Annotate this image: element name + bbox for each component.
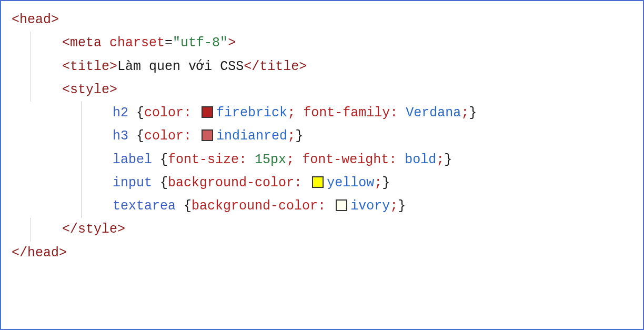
- space: [247, 152, 255, 167]
- color-swatch-yellow: [312, 176, 324, 188]
- code-frame: <head> <meta charset="utf-8"> <title>Làm…: [0, 0, 644, 330]
- tag-head: head: [27, 245, 59, 261]
- angle-bracket: <: [62, 59, 70, 74]
- colon: :: [390, 105, 398, 121]
- brace-close: }: [398, 198, 406, 214]
- code-line: <title>Làm quen với CSS</title>: [12, 55, 632, 78]
- brace-open: {: [160, 175, 168, 191]
- prop-color: color: [144, 105, 184, 121]
- tag-style: style: [78, 222, 117, 237]
- space: [128, 128, 136, 144]
- angle-bracket: >: [299, 59, 307, 74]
- colon: :: [239, 152, 247, 167]
- brace-open: {: [184, 198, 192, 214]
- color-swatch-indianred: [202, 129, 213, 141]
- angle-bracket: >: [109, 82, 117, 97]
- space: [294, 152, 302, 167]
- value-firebrick: firebrick: [216, 105, 287, 121]
- space: [152, 152, 160, 167]
- title-text: Làm quen với CSS: [117, 59, 244, 74]
- angle-bracket: >: [59, 245, 67, 261]
- angle-bracket: >: [228, 35, 236, 51]
- angle-bracket: >: [51, 12, 59, 27]
- brace-close: }: [295, 128, 303, 144]
- selector-label: label: [113, 152, 152, 167]
- space: [397, 152, 405, 167]
- space: [398, 105, 406, 121]
- colon: :: [294, 175, 302, 191]
- code-line: </head>: [12, 242, 632, 265]
- code-line: h2 {color: firebrick; font-family: Verda…: [12, 102, 632, 125]
- equals: =: [165, 35, 173, 51]
- tag-meta: meta: [70, 35, 102, 51]
- selector-h3: h3: [113, 128, 128, 144]
- code-line: </style>: [12, 218, 632, 241]
- prop-background-color: background-color: [192, 198, 318, 214]
- colon: :: [389, 152, 397, 167]
- code-line: label {font-size: 15px; font-weight: bol…: [12, 148, 632, 172]
- space: [102, 35, 109, 51]
- semicolon: ;: [390, 198, 398, 214]
- angle-bracket: >: [117, 222, 125, 237]
- angle-bracket: </: [244, 59, 259, 74]
- space: [128, 105, 136, 121]
- brace-open: {: [136, 105, 144, 121]
- tag-style: style: [70, 82, 109, 97]
- value-verdana: Verdana: [406, 105, 461, 121]
- value-yellow: yellow: [327, 175, 374, 191]
- attr-charset: charset: [109, 35, 165, 51]
- selector-textarea: textarea: [113, 198, 176, 214]
- code-line: textarea {background-color: ivory;}: [12, 195, 632, 218]
- angle-bracket: </: [62, 222, 78, 237]
- space: [326, 198, 334, 214]
- value-indianred: indianred: [216, 128, 287, 144]
- semicolon: ;: [374, 175, 382, 191]
- selector-h2: h2: [113, 105, 128, 121]
- code-line: <style>: [12, 78, 632, 102]
- value-bold: bold: [405, 152, 436, 167]
- space: [152, 175, 160, 191]
- code-line: <head>: [12, 8, 632, 32]
- space: [192, 105, 199, 121]
- colon: :: [184, 128, 192, 144]
- prop-font-family: font-family: [303, 105, 390, 121]
- tag-head: head: [19, 12, 51, 27]
- space: [192, 128, 199, 144]
- prop-font-weight: font-weight: [302, 152, 389, 167]
- color-swatch-firebrick: [202, 106, 213, 118]
- code-line: <meta charset="utf-8">: [12, 32, 632, 55]
- angle-bracket: <: [62, 35, 70, 51]
- code-line: input {background-color: yellow;}: [12, 172, 632, 195]
- color-swatch-ivory: [336, 199, 347, 211]
- angle-bracket: </: [12, 245, 27, 261]
- selector-input: input: [113, 175, 152, 191]
- prop-color: color: [144, 128, 184, 144]
- brace-close: }: [444, 152, 452, 167]
- tag-title: title: [259, 59, 299, 74]
- code-line: h3 {color: indianred;}: [12, 125, 632, 148]
- brace-open: {: [160, 152, 168, 167]
- brace-close: }: [469, 105, 477, 121]
- semicolon: ;: [461, 105, 469, 121]
- attr-value: "utf-8": [173, 35, 228, 51]
- brace-open: {: [136, 128, 144, 144]
- colon: :: [184, 105, 192, 121]
- prop-font-size: font-size: [168, 152, 239, 167]
- value-15px: 15px: [255, 152, 286, 167]
- space: [295, 105, 303, 121]
- semicolon: ;: [286, 152, 294, 167]
- space: [302, 175, 310, 191]
- tag-title: title: [70, 59, 109, 74]
- semicolon: ;: [287, 128, 295, 144]
- space: [176, 198, 184, 214]
- angle-bracket: >: [109, 59, 117, 74]
- angle-bracket: <: [12, 12, 19, 27]
- value-ivory: ivory: [350, 198, 390, 214]
- semicolon: ;: [287, 105, 295, 121]
- brace-close: }: [382, 175, 390, 191]
- colon: :: [318, 198, 326, 214]
- prop-background-color: background-color: [168, 175, 294, 191]
- angle-bracket: <: [62, 82, 70, 97]
- semicolon: ;: [436, 152, 444, 167]
